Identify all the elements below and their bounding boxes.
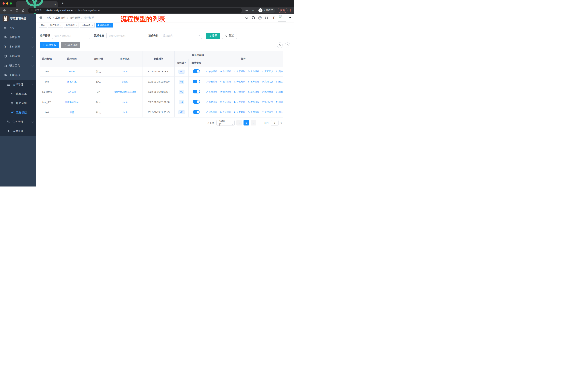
publish-process-link[interactable]: 发布流程 [248, 80, 259, 83]
delete-link[interactable]: 删除 [276, 90, 283, 93]
version-badge[interactable]: v2 [179, 80, 184, 84]
form-link[interactable]: biubiu [122, 111, 128, 114]
publish-process-link[interactable]: 发布流程 [248, 101, 259, 104]
breadcrumb-workflow[interactable]: 工作流程 [55, 16, 66, 20]
minimize-window-button[interactable] [6, 2, 8, 5]
tag-process-form[interactable]: 流程表单 × [80, 23, 94, 28]
process-name-link[interactable]: eeee [69, 70, 74, 73]
publish-process-link[interactable]: 发布流程 [248, 90, 259, 93]
sidebar-item-process-form[interactable]: 流程表单 [0, 89, 36, 99]
search-icon[interactable] [245, 16, 248, 20]
process-category-select[interactable]: 流程分类 [161, 33, 202, 39]
browser-tab[interactable]: 芋道管理系统 × [16, 1, 58, 7]
fullscreen-icon[interactable] [265, 16, 268, 20]
sidebar-item-payment[interactable]: ¥ 支付管理 [0, 42, 36, 51]
breadcrumb-home[interactable]: 首页 [46, 16, 51, 20]
modify-process-link[interactable]: 修改流程 [206, 90, 217, 93]
goto-page-input[interactable] [271, 120, 279, 125]
github-icon[interactable] [252, 16, 255, 20]
sidebar-item-process-model[interactable]: 流程模型 [0, 108, 36, 117]
delete-link[interactable]: 删除 [276, 80, 283, 83]
avatar[interactable] [278, 14, 286, 22]
refresh-table-button[interactable] [285, 42, 290, 48]
tag-my-process[interactable]: 我的流程 × [64, 23, 79, 28]
assign-rule-link[interactable]: 分配规则 [234, 80, 245, 83]
address-bar[interactable]: 不安全 dashboard.yudao.iocoder.cn/bpm/manag… [28, 8, 242, 13]
key-icon[interactable] [244, 8, 250, 13]
forward-button[interactable] [8, 8, 13, 13]
next-page-button[interactable]: › [251, 120, 256, 125]
breadcrumb-process-management[interactable]: 流程管理 [70, 16, 80, 20]
active-toggle-on[interactable] [193, 100, 200, 104]
version-badge[interactable]: v21 [178, 110, 185, 114]
sidebar-item-devtools[interactable]: 研发工具 [0, 61, 36, 71]
prev-page-button[interactable]: ‹ [236, 120, 242, 125]
tag-close-icon[interactable]: × [76, 24, 77, 26]
sidebar-item-home[interactable]: 首页 [0, 23, 36, 33]
sidebar-item-task-management[interactable]: 任务管理 [0, 117, 36, 126]
tag-process-model-active[interactable]: 流程模型 × [96, 23, 113, 28]
design-process-link[interactable]: 设计流程 [220, 90, 231, 93]
delete-link[interactable]: 删除 [276, 111, 283, 114]
hide-search-button[interactable] [277, 42, 283, 48]
import-process-button[interactable]: 导入流程 [61, 42, 80, 48]
form-link[interactable]: biubiu [122, 70, 128, 73]
process-name-input[interactable] [106, 33, 144, 39]
back-button[interactable] [2, 8, 7, 13]
help-icon[interactable]: ? [258, 16, 262, 20]
modify-process-link[interactable]: 修改流程 [206, 111, 217, 114]
process-definition-link[interactable]: 流程定义 [262, 111, 273, 114]
modify-process-link[interactable]: 修改流程 [206, 80, 217, 83]
form-link[interactable]: biubiu [122, 101, 128, 103]
tag-home[interactable]: 首页 [39, 23, 47, 28]
tag-tenant[interactable]: 租户管理 × [48, 23, 63, 28]
process-id-input[interactable] [52, 33, 90, 39]
assign-rule-link[interactable]: 分配规则 [234, 101, 245, 104]
process-name-link[interactable]: OA 请假 [68, 91, 76, 93]
assign-rule-link[interactable]: 分配规则 [234, 70, 245, 73]
design-process-link[interactable]: 设计流程 [220, 101, 231, 104]
version-badge[interactable]: v5 [179, 90, 184, 94]
tag-close-icon[interactable]: × [60, 24, 61, 26]
reset-button[interactable]: 重置 [222, 33, 237, 39]
active-toggle-on[interactable] [193, 110, 200, 114]
process-definition-link[interactable]: 流程定义 [262, 80, 273, 83]
font-size-icon[interactable]: TT [271, 16, 275, 20]
page-size-select[interactable]: 10条/页 [216, 120, 235, 125]
form-link[interactable]: biubiu [122, 80, 128, 83]
sidebar-item-leave-query[interactable]: 请假查询 [0, 126, 36, 136]
sidebar-collapse-icon[interactable] [39, 16, 43, 20]
active-toggle-on[interactable] [193, 69, 200, 73]
process-name-link[interactable]: 测试多审批人 [65, 101, 79, 103]
search-button[interactable]: 搜索 [206, 33, 220, 39]
tab-close-icon[interactable]: × [54, 3, 56, 5]
design-process-link[interactable]: 设计流程 [220, 111, 231, 114]
sidebar-item-process-management[interactable]: 流程管理 [0, 80, 36, 89]
active-toggle-on[interactable] [193, 80, 200, 83]
process-name-link[interactable]: 滔博 [70, 111, 74, 114]
browser-menu-icon[interactable]: ⋮ [289, 9, 292, 12]
version-badge[interactable]: v17 [178, 70, 185, 74]
process-definition-link[interactable]: 流程定义 [262, 90, 273, 93]
modify-process-link[interactable]: 修改流程 [206, 70, 217, 73]
delete-link[interactable]: 删除 [276, 70, 283, 73]
assign-rule-link[interactable]: 分配规则 [234, 90, 245, 93]
window-controls[interactable] [2, 2, 12, 5]
active-toggle-on[interactable] [193, 90, 200, 93]
delete-link[interactable]: 删除 [276, 101, 283, 104]
security-label[interactable]: 不安全 [35, 9, 42, 12]
new-tab-button[interactable]: + [60, 1, 65, 5]
sidebar-item-system[interactable]: 系统管理 [0, 33, 36, 42]
process-name-link[interactable]: 自己审批 [67, 80, 77, 83]
sidebar-item-infra[interactable]: 基础设施 [0, 51, 36, 61]
publish-process-link[interactable]: 发布流程 [248, 70, 259, 73]
sidebar-item-workflow[interactable]: 工作流程 [0, 71, 36, 80]
home-button[interactable] [21, 8, 26, 13]
maximize-window-button[interactable] [10, 2, 12, 5]
modify-process-link[interactable]: 修改流程 [206, 101, 217, 104]
sidebar-item-user-group[interactable]: 用户分组 [0, 99, 36, 108]
tag-close-icon[interactable]: × [110, 24, 111, 26]
assign-rule-link[interactable]: 分配规则 [234, 111, 245, 114]
design-process-link[interactable]: 设计流程 [220, 70, 231, 73]
update-button[interactable]: 更新 [278, 8, 287, 13]
